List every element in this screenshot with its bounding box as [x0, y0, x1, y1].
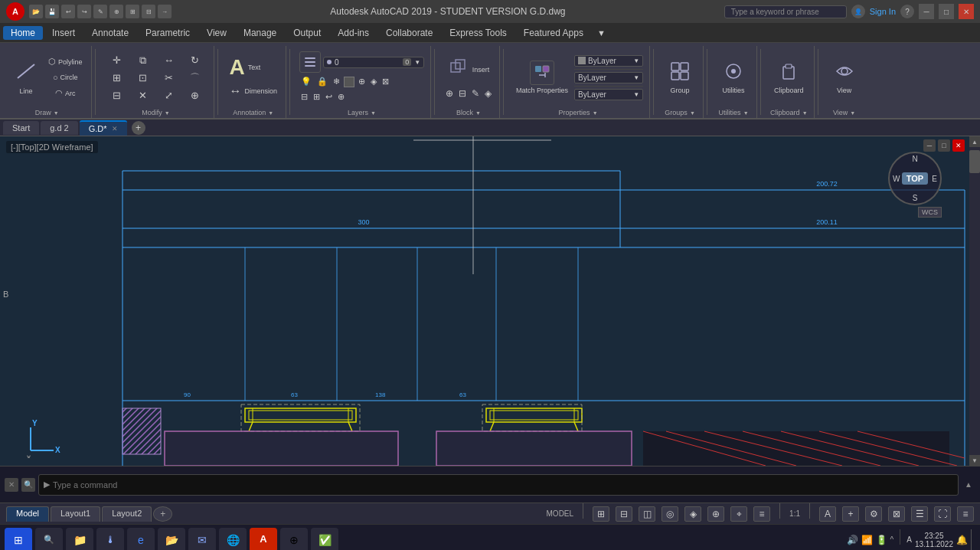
layer-icon-1[interactable]: 💡	[299, 75, 313, 88]
status-tab-model[interactable]: Model	[6, 506, 49, 522]
app-extra2[interactable]: ✅	[311, 528, 338, 551]
bylayer-lineweight-dropdown[interactable]: ByLayer ▼	[574, 89, 643, 100]
block-extra-3[interactable]: ✎	[470, 87, 481, 100]
command-input[interactable]	[53, 480, 953, 489]
layer-extra-4[interactable]: ⊟	[299, 90, 309, 103]
draw-line-btn[interactable]: Line	[9, 57, 43, 97]
zoom-btn[interactable]: +	[842, 506, 859, 522]
tab-close-icon[interactable]: ✕	[112, 125, 118, 133]
modify-copy-btn[interactable]: ⧉	[131, 53, 155, 68]
modify-rotate-btn[interactable]: ↻	[183, 53, 207, 67]
customize-btn[interactable]: ≡	[957, 506, 974, 522]
battery-icon[interactable]: 🔋	[876, 535, 887, 545]
layer-extra-3[interactable]: ⊠	[381, 75, 390, 88]
search-btn[interactable]: 🔍	[35, 528, 63, 551]
explorer-app[interactable]: 📂	[158, 528, 185, 551]
menu-overflow[interactable]: ▼	[593, 27, 610, 39]
sign-in-btn[interactable]: Sign In	[870, 7, 896, 16]
layer-icon-2[interactable]: 🔒	[315, 75, 329, 88]
bylayer-linetype-dropdown[interactable]: ByLayer ▼	[574, 72, 643, 83]
network-icon[interactable]: 📶	[861, 535, 873, 545]
block-extra-4[interactable]: ◈	[483, 87, 493, 100]
groups-group-label[interactable]: Groups ▼	[665, 109, 694, 116]
drawing-close-btn[interactable]: ✕	[952, 139, 965, 152]
toolbar-btn-4[interactable]: ↪	[77, 5, 91, 18]
modify-explode-btn[interactable]: ⊕	[183, 88, 207, 103]
temp-app[interactable]: 🌡	[96, 528, 124, 551]
datetime[interactable]: 23:25 13.11.2022	[915, 532, 953, 548]
match-props-btn[interactable]: Match Properties	[513, 57, 571, 98]
draw-arc-btn[interactable]: ◠ Arc	[46, 86, 85, 100]
profile-icon[interactable]: 👤	[851, 5, 865, 18]
block-extra-2[interactable]: ⊟	[457, 87, 468, 100]
modify-move-btn[interactable]: ✛	[105, 53, 129, 67]
modify-offset-btn[interactable]: ⤢	[157, 88, 181, 103]
modify-erase-btn[interactable]: ✕	[131, 88, 155, 103]
ortho-btn[interactable]: ◫	[639, 506, 655, 522]
command-input-area[interactable]: ▶	[38, 474, 959, 496]
command-expand-btn[interactable]: ▲	[962, 479, 975, 490]
menu-item-featured[interactable]: Featured Apps	[516, 26, 591, 40]
toolbar-btn-8[interactable]: ⊟	[142, 5, 155, 18]
volume-icon[interactable]: 🔊	[847, 535, 858, 545]
menu-item-express[interactable]: Express Tools	[442, 26, 514, 40]
menu-item-insert[interactable]: Insert	[44, 26, 83, 40]
drawing-minimize-btn[interactable]: ─	[923, 139, 936, 152]
workspace-btn[interactable]: ⚙	[865, 506, 882, 522]
utilities-btn[interactable]: Utilities	[717, 58, 750, 97]
ducs-btn[interactable]: ⌖	[730, 506, 747, 522]
clipboard-group-label[interactable]: Clipboard ▼	[770, 109, 807, 116]
block-insert-btn[interactable]: Insert	[446, 54, 492, 85]
mail-app[interactable]: ✉	[188, 528, 216, 551]
isolate-btn[interactable]: ☰	[911, 506, 928, 522]
bylayer-color-dropdown[interactable]: ByLayer ▼	[574, 55, 643, 67]
menu-item-parametric[interactable]: Parametric	[138, 26, 198, 40]
toolbar-btn-5[interactable]: ✎	[93, 5, 107, 18]
block-extra-1[interactable]: ⊕	[444, 87, 455, 100]
search-box[interactable]: Type a keyword or phrase	[724, 5, 847, 18]
view-label[interactable]: [-][Top][2D Wireframe]	[6, 141, 98, 153]
compass-top-btn[interactable]: TOP	[902, 172, 928, 185]
lineweight-btn[interactable]: ≡	[753, 506, 770, 522]
draw-group-label[interactable]: Draw ▼	[35, 109, 59, 116]
osnap-btn[interactable]: ◈	[684, 506, 701, 522]
show-desktop-btn[interactable]	[971, 529, 975, 551]
layers-group-label[interactable]: Layers ▼	[348, 109, 376, 116]
toolbar-btn-2[interactable]: 💾	[45, 5, 59, 18]
help-btn[interactable]: ?	[900, 5, 914, 18]
modify-trim-btn[interactable]: ✂	[157, 70, 181, 85]
maximize-btn[interactable]: □	[939, 4, 954, 19]
minimize-btn[interactable]: ─	[919, 4, 934, 19]
layer-extra-5[interactable]: ⊞	[312, 90, 322, 103]
menu-item-addins[interactable]: Add-ins	[330, 26, 377, 40]
layer-dropdown[interactable]: 0 0 ▼	[323, 57, 424, 68]
status-tab-add-btn[interactable]: +	[153, 506, 172, 522]
clipboard-btn[interactable]: Clipboard	[772, 58, 806, 97]
annotation-scale-btn[interactable]: A	[819, 506, 836, 522]
menu-item-home[interactable]: Home	[3, 26, 43, 40]
snap-btn[interactable]: ⊟	[616, 506, 632, 522]
toolbar-btn-3[interactable]: ↩	[61, 5, 75, 18]
toolbar-btn-6[interactable]: ⊕	[109, 5, 123, 18]
tab-add-btn[interactable]: +	[132, 121, 145, 135]
scrollbar-vertical[interactable]: ▲ ▼	[969, 136, 980, 466]
block-group-label[interactable]: Block ▼	[456, 109, 481, 116]
draw-polyline-btn[interactable]: ⬡ Polyline	[46, 54, 85, 69]
menu-item-view[interactable]: View	[199, 26, 234, 40]
file-tab-start[interactable]: Start	[3, 121, 39, 135]
grid-snap-btn[interactable]: ⊞	[593, 506, 609, 522]
system-tray-expand[interactable]: ^	[890, 535, 894, 544]
autocad-app[interactable]: A	[250, 528, 277, 551]
modify-scale-btn[interactable]: ⊡	[131, 70, 155, 85]
layer-props-btn[interactable]	[299, 51, 321, 73]
modify-mirror-btn[interactable]: ⊞	[105, 70, 129, 85]
scroll-up-btn[interactable]: ▲	[969, 136, 980, 147]
modify-array-btn[interactable]: ⊟	[105, 88, 129, 103]
close-btn[interactable]: ✕	[959, 4, 974, 19]
file-tab-gd2[interactable]: g.d 2	[41, 121, 77, 135]
start-btn[interactable]: ⊞	[5, 528, 32, 551]
view-group-label[interactable]: View ▼	[833, 109, 855, 116]
layer-icon-3[interactable]: ❄	[332, 75, 341, 88]
draw-circle-btn[interactable]: ○ Circle	[46, 70, 85, 84]
files-app[interactable]: 📁	[66, 528, 93, 551]
